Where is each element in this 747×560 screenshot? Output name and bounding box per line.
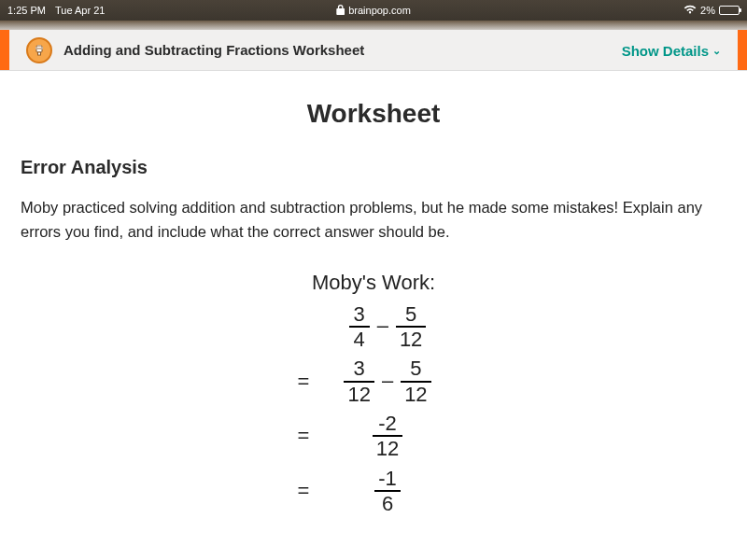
battery-percent: 2%: [700, 5, 715, 16]
battery-icon: [719, 6, 740, 15]
accent-left: [0, 30, 9, 70]
gradient-strip: [0, 21, 747, 30]
equals-sign: =: [289, 424, 317, 448]
numerator: -2: [374, 412, 401, 435]
moby-work-block: Moby's Work: 3 4 – 5 12 =: [21, 271, 726, 515]
numerator: 5: [402, 302, 420, 326]
numerator: 3: [350, 357, 369, 380]
numerator: 3: [350, 302, 369, 326]
denominator: 12: [373, 437, 402, 460]
fraction: 3 4: [349, 302, 370, 352]
url-domain: brainpop.com: [348, 5, 411, 16]
fraction: 3 12: [344, 357, 374, 406]
lock-icon: [336, 5, 345, 17]
show-details-label: Show Details: [622, 42, 709, 58]
svg-rect-0: [36, 46, 42, 52]
accent-right: [738, 30, 747, 70]
denominator: 4: [350, 328, 369, 351]
numerator: 5: [406, 357, 425, 380]
fraction: -2 12: [373, 412, 402, 461]
denominator: 12: [344, 383, 374, 406]
chevron-down-icon: ⌄: [712, 44, 721, 56]
section-title: Error Analysis: [21, 157, 726, 178]
wifi-icon: [684, 5, 697, 16]
svg-point-1: [37, 48, 39, 49]
math-line-4: = -1 6: [21, 467, 726, 516]
show-details-button[interactable]: Show Details ⌄: [622, 42, 721, 58]
instructions-text: Moby practiced solving addition and subt…: [21, 195, 726, 245]
worksheet-content: Worksheet Error Analysis Moby practiced …: [0, 71, 747, 515]
fraction: -1 6: [374, 467, 401, 516]
denominator: 6: [378, 492, 397, 515]
numerator: -1: [374, 467, 401, 490]
worksheet-title: Adding and Subtracting Fractions Workshe…: [63, 42, 364, 58]
svg-point-2: [39, 48, 41, 49]
worksheet-header-bar: Adding and Subtracting Fractions Workshe…: [0, 30, 747, 71]
minus-sign: –: [375, 314, 390, 338]
minus-sign: –: [380, 369, 395, 393]
fraction: 5 12: [401, 357, 430, 406]
page-title: Worksheet: [21, 99, 726, 129]
ipad-status-bar: 1:25 PM Tue Apr 21 brainpop.com 2%: [0, 0, 747, 21]
math-line-1: 3 4 – 5 12: [21, 302, 726, 352]
work-title: Moby's Work:: [21, 271, 726, 295]
equals-sign: =: [289, 479, 317, 503]
brainpop-logo-icon: [26, 37, 52, 63]
math-line-2: = 3 12 – 5 12: [21, 357, 726, 406]
denominator: 12: [396, 328, 426, 351]
svg-rect-3: [38, 52, 41, 55]
status-time: 1:25 PM: [7, 5, 46, 16]
denominator: 12: [401, 383, 430, 406]
equals-sign: =: [289, 370, 317, 394]
math-line-3: = -2 12: [21, 412, 726, 461]
fraction: 5 12: [396, 302, 426, 352]
status-date: Tue Apr 21: [55, 5, 105, 16]
